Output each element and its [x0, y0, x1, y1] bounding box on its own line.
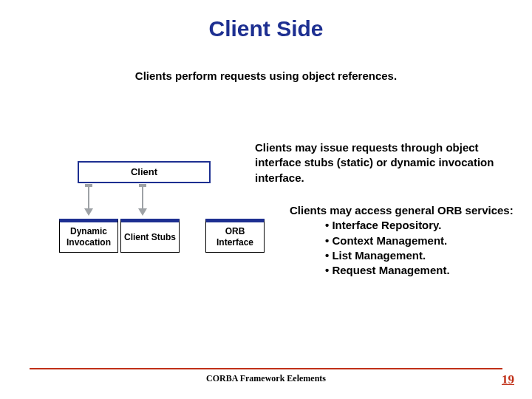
footer-rule [30, 368, 502, 369]
service-item: • Interface Repository. [290, 218, 519, 233]
slide-subtitle: Clients perform requests using object re… [0, 69, 532, 82]
service-item: • List Management. [290, 248, 519, 263]
footer-text: CORBA Framework Eelements [0, 373, 532, 384]
service-item: • Context Management. [290, 233, 519, 248]
page-number: 19 [502, 372, 514, 387]
service-item: • Request Management. [290, 263, 519, 278]
slide-title: Client Side [0, 16, 532, 41]
services-intro: Clients may access general ORB services: [290, 204, 514, 216]
box-orb-interface: ORB Interface [205, 219, 265, 253]
client-box: Client [78, 161, 211, 183]
services-list: Clients may access general ORB services:… [290, 203, 519, 278]
arrow-icon [88, 185, 89, 210]
box-dynamic-invocation: Dynamic Invocation [59, 219, 118, 253]
box-client-stubs: Client Stubs [120, 219, 180, 253]
arrow-icon [142, 185, 143, 210]
note-stubs: Clients may issue requests through objec… [255, 140, 499, 185]
